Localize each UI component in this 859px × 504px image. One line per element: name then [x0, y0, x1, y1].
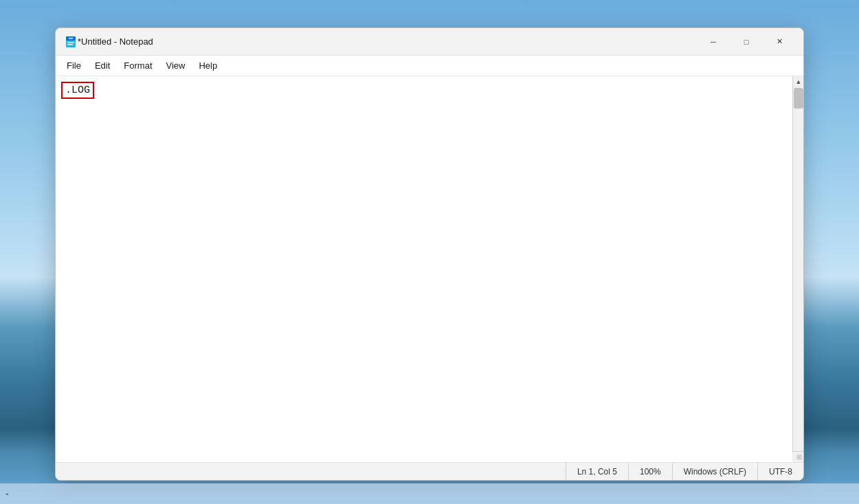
menu-view[interactable]: View [159, 58, 192, 73]
close-button[interactable]: ✕ [763, 31, 795, 53]
minimize-button[interactable]: ─ [698, 31, 729, 53]
cursor-position: Ln 1, Col 5 [566, 463, 628, 480]
title-bar: *Untitled - Notepad ─ □ ✕ [56, 28, 803, 56]
svg-rect-4 [69, 38, 73, 39]
text-editor[interactable]: .LOG [56, 76, 803, 462]
menu-file[interactable]: File [60, 58, 88, 73]
notepad-window: *Untitled - Notepad ─ □ ✕ File Edit Form… [55, 27, 804, 481]
desktop: *Untitled - Notepad ─ □ ✕ File Edit Form… [0, 0, 859, 504]
menu-bar: File Edit Format View Help [56, 56, 803, 76]
taskbar-dash: - [5, 488, 9, 499]
zoom-level: 100% [628, 463, 672, 480]
resize-handle[interactable] [792, 451, 803, 462]
vertical-scrollbar[interactable]: ▲ [792, 76, 803, 462]
window-controls: ─ □ ✕ [698, 31, 795, 53]
encoding: UTF-8 [757, 463, 803, 480]
status-bar: Ln 1, Col 5 100% Windows (CRLF) UTF-8 [56, 462, 803, 480]
svg-rect-2 [67, 42, 74, 43]
taskbar: - [0, 483, 859, 504]
line-ending: Windows (CRLF) [672, 463, 757, 480]
scroll-up-button[interactable]: ▲ [793, 76, 803, 87]
menu-help[interactable]: Help [192, 58, 224, 73]
notepad-app-icon [64, 35, 78, 49]
svg-rect-3 [67, 44, 73, 45]
maximize-button[interactable]: □ [730, 31, 762, 53]
window-title: *Untitled - Notepad [78, 36, 698, 47]
menu-format[interactable]: Format [117, 58, 159, 73]
scroll-thumb[interactable] [794, 88, 803, 108]
menu-edit[interactable]: Edit [88, 58, 117, 73]
editor-area: .LOG .LOG ▲ [56, 76, 803, 462]
